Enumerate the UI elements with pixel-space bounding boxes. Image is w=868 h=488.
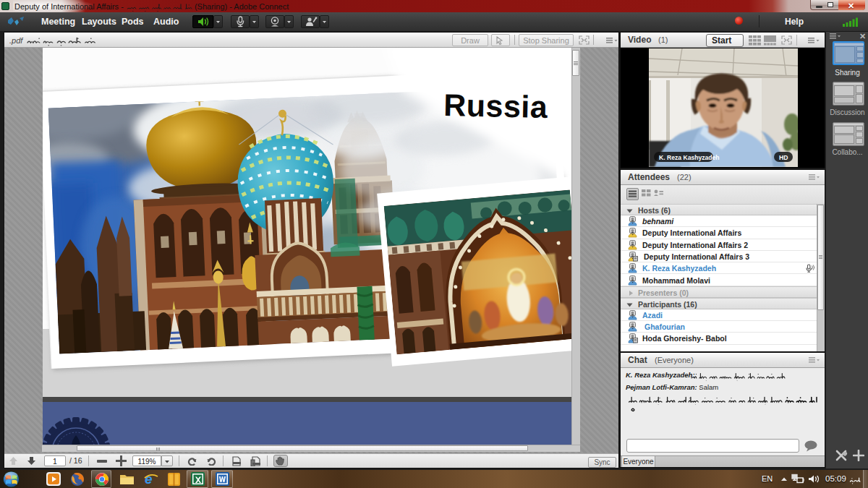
svg-text:e: e bbox=[145, 472, 153, 487]
svg-text:HD: HD bbox=[779, 154, 788, 161]
svg-text:.pdf: .pdf bbox=[9, 36, 23, 45]
svg-text:Russia: Russia bbox=[443, 87, 549, 124]
svg-text:K. Reza Kashyzadeh: K. Reza Kashyzadeh bbox=[659, 154, 720, 161]
